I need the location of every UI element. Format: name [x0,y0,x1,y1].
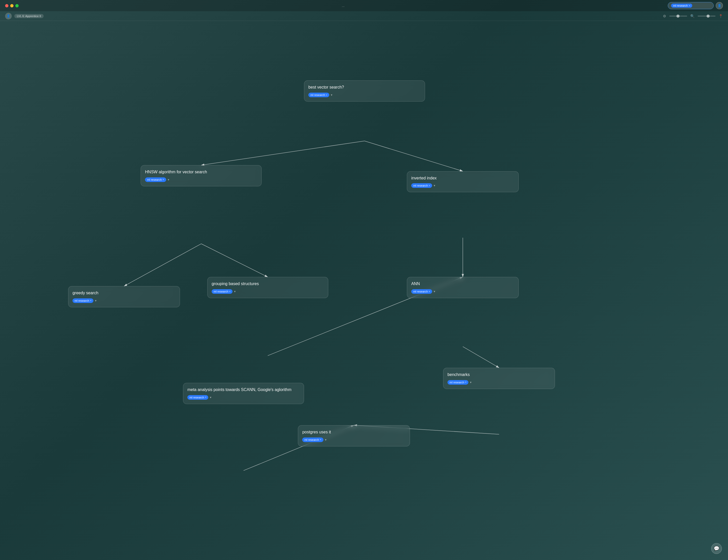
titlebar-right: ml research × 👤 [668,2,723,9]
node-tag-remove-meta-analysis[interactable]: × [205,396,207,399]
node-title-benchmarks: benchmarks [447,372,551,378]
node-title-grouping-based: grouping based structures [212,281,324,287]
node-footer-benchmarks: ml research × ▾ [447,380,551,385]
node-tag-remove-grouping-based[interactable]: × [229,290,230,293]
node-card-postgres[interactable]: postgres uses it ml research × ▾ [298,425,410,446]
arrow-ann-to-benchmarks [463,347,499,368]
gear-icon[interactable]: ⚙ [663,14,666,18]
node-card-benchmarks[interactable]: benchmarks ml research × ▾ [443,368,555,389]
canvas: best vector search? ml research × ▾ HNSW… [0,21,728,560]
node-chevron-postgres[interactable]: ▾ [325,438,326,442]
global-search-bar[interactable]: ml research × [668,2,714,9]
node-card-ann[interactable]: ANN ml research × ▾ [407,277,519,298]
node-chevron-best-vector-search[interactable]: ▾ [331,93,332,97]
node-title-greedy-search: greedy search [72,290,176,296]
node-chevron-greedy-search[interactable]: ▾ [95,299,96,302]
arrow-best-vector-search-to-hnsw [201,141,365,165]
node-footer-ann: ml research × ▾ [411,289,514,294]
arrow-hnsw-to-greedy-search [124,244,201,286]
node-card-hnsw[interactable]: HNSW algorithm for vector search ml rese… [141,165,262,186]
node-tag-postgres: ml research × [302,437,323,442]
node-title-best-vector-search: best vector search? [308,85,421,90]
titlebar-avatar[interactable]: 👤 [716,2,723,9]
node-tag-remove-best-vector-search[interactable]: × [326,94,327,96]
traffic-lights [5,4,19,7]
titlebar-center-dots: ... [342,4,345,8]
node-card-greedy-search[interactable]: greedy search ml research × ▾ [68,286,180,307]
node-card-meta-analysis[interactable]: meta analysis points towards SCANN, Goog… [183,383,304,404]
node-chevron-meta-analysis[interactable]: ▾ [210,396,211,399]
node-tag-best-vector-search: ml research × [308,93,329,97]
search-icon[interactable]: 🔍 [690,14,695,18]
chat-button[interactable]: 💬 [711,543,722,554]
toolbar-right: ⚙ 🔍 📍 [663,14,723,18]
node-card-grouping-based[interactable]: grouping based structures ml research × … [207,277,328,298]
node-tag-remove-hnsw[interactable]: × [163,178,164,181]
node-title-ann: ANN [411,281,514,287]
search-tag-remove[interactable]: × [689,4,690,7]
node-footer-greedy-search: ml research × ▾ [72,298,176,303]
node-tag-ann: ml research × [411,289,432,294]
slider-thumb-left[interactable] [676,15,680,18]
level-badge: LVL 6: Apprentice II [14,14,44,18]
node-tag-remove-ann[interactable]: × [429,290,430,293]
close-button[interactable] [5,4,8,7]
chat-icon: 💬 [714,546,719,551]
node-title-inverted-index: inverted index [411,176,514,181]
node-tag-benchmarks: ml research × [447,380,468,385]
node-tag-meta-analysis: ml research × [187,395,208,400]
node-chevron-benchmarks[interactable]: ▾ [470,381,471,384]
node-tag-inverted-index: ml research × [411,183,432,188]
slider-thumb-right[interactable] [707,15,710,18]
map-pin-icon[interactable]: 📍 [719,14,723,18]
node-footer-inverted-index: ml research × ▾ [411,183,514,188]
node-tag-remove-benchmarks[interactable]: × [465,381,467,384]
node-card-inverted-index[interactable]: inverted index ml research × ▾ [407,171,519,192]
avatar-icon: 👤 [7,14,10,18]
person-icon: 👤 [718,4,721,7]
node-card-best-vector-search[interactable]: best vector search? ml research × ▾ [304,80,425,102]
node-tag-greedy-search: ml research × [72,298,93,303]
node-title-hnsw: HNSW algorithm for vector search [145,169,257,175]
node-footer-grouping-based: ml research × ▾ [212,289,324,294]
arrow-hnsw-to-grouping-based [201,244,268,277]
titlebar: ... ml research × 👤 [0,0,728,11]
minimize-button[interactable] [10,4,14,7]
node-footer-best-vector-search: ml research × ▾ [308,93,421,97]
arrow-best-vector-search-to-inverted-index [365,141,463,171]
node-chevron-inverted-index[interactable]: ▾ [434,184,435,187]
node-footer-postgres: ml research × ▾ [302,437,405,442]
node-tag-remove-postgres[interactable]: × [320,438,321,441]
node-chevron-hnsw[interactable]: ▾ [168,178,169,181]
node-tag-remove-greedy-search[interactable]: × [90,299,91,302]
toolbar: 👤 LVL 6: Apprentice II ⚙ 🔍 📍 [0,11,728,21]
node-tag-grouping-based: ml research × [212,289,233,294]
node-footer-hnsw: ml research × ▾ [145,177,257,182]
node-title-postgres: postgres uses it [302,430,405,435]
toolbar-left: 👤 LVL 6: Apprentice II [5,13,44,19]
node-chevron-ann[interactable]: ▾ [434,290,435,293]
node-chevron-grouping-based[interactable]: ▾ [234,290,236,293]
node-title-meta-analysis: meta analysis points towards SCANN, Goog… [187,387,300,393]
zoom-slider-right [698,16,715,17]
maximize-button[interactable] [15,4,19,7]
search-tag-chip: ml research × [671,4,692,8]
user-avatar: 👤 [5,13,12,19]
node-tag-remove-inverted-index[interactable]: × [429,184,430,187]
node-footer-meta-analysis: ml research × ▾ [187,395,300,400]
zoom-slider-left [669,16,687,17]
node-tag-hnsw: ml research × [145,177,166,182]
